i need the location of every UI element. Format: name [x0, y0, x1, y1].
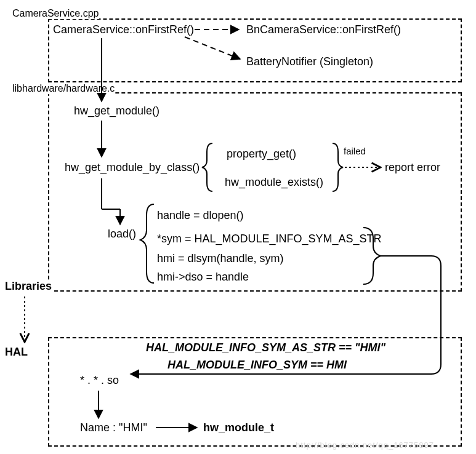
node-camera-onfirstref: CameraService::onFirstRef(): [53, 23, 194, 36]
hal-sym-as-str: HAL_MODULE_INFO_SYM_AS_STR == "HMI": [146, 341, 385, 354]
load-line3: hmi = dlsym(handle, sym): [157, 252, 284, 265]
watermark: http://blog.csdn.net/qq_16775897: [296, 440, 434, 450]
box2-title: libhardware/hardware.c: [12, 83, 115, 94]
node-name-hmi: Name : "HMI": [80, 421, 147, 434]
hal-sym: HAL_MODULE_INFO_SYM == HMI: [167, 359, 347, 372]
box1-title: CameraService.cpp: [12, 8, 99, 19]
side-label-hal: HAL: [5, 346, 28, 359]
side-label-libraries: Libraries: [5, 280, 52, 293]
node-report-error: report error: [385, 161, 440, 174]
load-line2: *sym = HAL_MODULE_INFO_SYM_AS_STR: [157, 233, 382, 245]
node-hw-module-t: hw_module_t: [203, 421, 274, 434]
node-property-get: property_get(): [227, 148, 296, 161]
load-line1: handle = dlopen(): [157, 209, 244, 222]
node-hw-module-exists: hw_module_exists(): [225, 176, 323, 189]
load-line4: hmi->dso = handle: [157, 271, 249, 284]
node-load: load(): [108, 228, 136, 241]
label-failed: failed: [344, 146, 366, 156]
node-hw-get-module: hw_get_module(): [74, 105, 159, 117]
node-hw-get-module-by-class: hw_get_module_by_class(): [65, 161, 200, 174]
node-bncamera-onfirstref: BnCameraService::onFirstRef(): [246, 23, 401, 36]
diagram-canvas: CameraService.cpp CameraService::onFirst…: [0, 0, 476, 454]
node-battery-notifier: BatteryNotifier (Singleton): [246, 55, 373, 68]
node-so-file: * . * . so: [80, 374, 119, 387]
